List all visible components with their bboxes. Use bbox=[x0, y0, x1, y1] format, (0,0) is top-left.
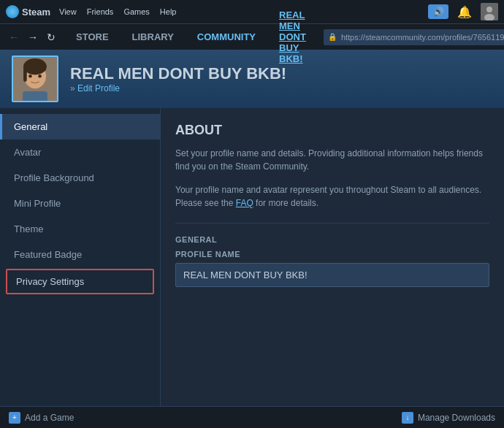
steam-logo: Steam bbox=[6, 5, 50, 18]
svg-rect-6 bbox=[23, 66, 27, 82]
steam-icon bbox=[6, 5, 19, 18]
refresh-button[interactable]: ↻ bbox=[44, 30, 58, 45]
profile-avatar bbox=[12, 56, 58, 102]
sidebar-item-profile-background[interactable]: Profile Background bbox=[0, 165, 160, 191]
main-content: General Avatar Profile Background Mini P… bbox=[0, 108, 504, 406]
nav-arrows: ← → ↻ bbox=[6, 30, 58, 45]
url-bar: 🔒 https://steamcommunity.com/profiles/76… bbox=[324, 29, 504, 45]
nav-tabs: STORE LIBRARY COMMUNITY REAL MEN DONT BU… bbox=[64, 4, 318, 70]
profile-name-field: PROFILE NAME bbox=[175, 250, 489, 287]
svg-rect-9 bbox=[23, 91, 47, 101]
lock-icon: 🔒 bbox=[328, 33, 337, 41]
notification-button[interactable]: 🔔 bbox=[454, 4, 475, 19]
add-game-icon: + bbox=[9, 412, 20, 424]
add-game-label: Add a Game bbox=[25, 413, 74, 423]
forward-button[interactable]: → bbox=[25, 30, 41, 45]
sidebar-item-general[interactable]: General bbox=[0, 114, 160, 140]
title-bar-right: 🔊 🔔 bbox=[428, 3, 498, 20]
divider bbox=[175, 223, 489, 223]
library-tab[interactable]: LIBRARY bbox=[121, 26, 186, 48]
sidebar-item-featured-badge[interactable]: Featured Badge bbox=[0, 242, 160, 267]
edit-profile-link[interactable]: Edit Profile bbox=[70, 83, 286, 93]
store-tab[interactable]: STORE bbox=[64, 26, 121, 48]
sidebar-item-avatar[interactable]: Avatar bbox=[0, 140, 160, 165]
svg-point-5 bbox=[23, 58, 47, 75]
profile-name-label: PROFILE NAME bbox=[175, 250, 489, 259]
downloads-icon: ↓ bbox=[402, 412, 413, 424]
profile-tab[interactable]: REAL MEN DONT BUY BKB! bbox=[267, 4, 318, 70]
svg-point-1 bbox=[486, 7, 492, 12]
volume-button[interactable]: 🔊 bbox=[428, 4, 448, 19]
community-tab[interactable]: COMMUNITY bbox=[186, 26, 267, 48]
about-title: ABOUT bbox=[175, 123, 489, 138]
steam-label: Steam bbox=[22, 7, 50, 18]
add-game-action[interactable]: + Add a Game bbox=[9, 412, 74, 424]
sidebar-item-theme[interactable]: Theme bbox=[0, 216, 160, 242]
bottom-bar: + Add a Game ↓ Manage Downloads bbox=[0, 406, 504, 428]
faq-link[interactable]: FAQ bbox=[236, 198, 253, 208]
profile-name-section: REAL MEN DONT BUY BKB! Edit Profile bbox=[70, 64, 286, 93]
svg-point-7 bbox=[28, 74, 32, 78]
sidebar: General Avatar Profile Background Mini P… bbox=[0, 108, 161, 406]
sidebar-item-mini-profile[interactable]: Mini Profile bbox=[0, 191, 160, 216]
nav-bar: ← → ↻ STORE LIBRARY COMMUNITY REAL MEN D… bbox=[0, 23, 504, 50]
general-label: GENERAL bbox=[175, 235, 489, 244]
back-button[interactable]: ← bbox=[6, 30, 22, 45]
user-avatar-small[interactable] bbox=[481, 3, 498, 20]
svg-point-8 bbox=[38, 74, 42, 78]
manage-downloads-action[interactable]: ↓ Manage Downloads bbox=[402, 412, 495, 424]
profile-username: REAL MEN DONT BUY BKB! bbox=[70, 64, 286, 83]
url-text: https://steamcommunity.com/profiles/7656… bbox=[341, 33, 504, 42]
about-description-1: Set your profile name and details. Provi… bbox=[175, 147, 489, 173]
about-description-2: Your profile name and avatar represent y… bbox=[175, 183, 489, 210]
manage-downloads-label: Manage Downloads bbox=[418, 413, 495, 423]
content-panel: ABOUT Set your profile name and details.… bbox=[161, 108, 504, 406]
sidebar-item-privacy-settings[interactable]: Privacy Settings bbox=[6, 269, 154, 294]
profile-name-input[interactable] bbox=[175, 263, 489, 287]
